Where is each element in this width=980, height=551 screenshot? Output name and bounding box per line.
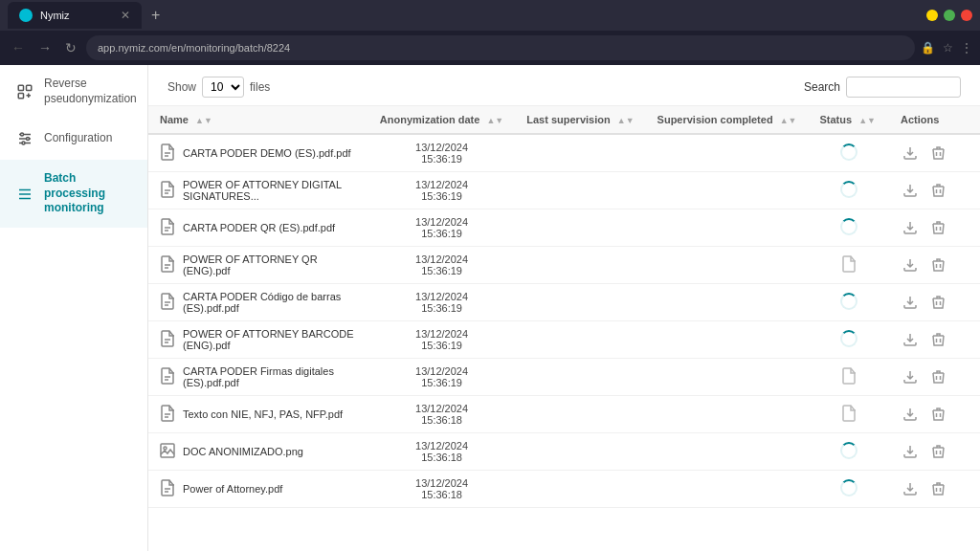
- date-cell-1: 13/12/202415:36:19: [368, 172, 515, 209]
- supervision-completed-cell-8: [646, 433, 809, 471]
- show-control: Show 10 25 50 files: [167, 77, 270, 98]
- delete-button-8[interactable]: [929, 442, 947, 461]
- bookmark-icon[interactable]: ☆: [943, 41, 953, 55]
- status-cell-4: [809, 284, 889, 321]
- sort-icon-last[interactable]: ▲▼: [617, 116, 635, 125]
- file-name-cell: Power of Attorney.pdf: [148, 471, 368, 508]
- sidebar-item-configuration[interactable]: Configuration: [0, 118, 147, 160]
- status-spinner-5: [840, 330, 858, 347]
- supervision-completed-cell-6: [646, 359, 809, 396]
- address-bar: ← → ↻ app.nymiz.com/en/monitoring/batch/…: [0, 31, 980, 65]
- actions-cell-5: [889, 321, 980, 359]
- download-button-7[interactable]: [901, 405, 920, 424]
- file-name-text-2: CARTA PODER QR (ES).pdf.pdf: [183, 222, 335, 233]
- table-row: CARTA PODER Firmas digitales (ES).pdf.pd…: [148, 359, 980, 396]
- status-spinner-0: [840, 143, 858, 161]
- sidebar-item-batch-monitoring[interactable]: Batch processing monitoring: [0, 160, 147, 228]
- window-minimize-button[interactable]: [926, 10, 938, 21]
- supervision-completed-cell-7: [646, 396, 809, 433]
- show-select[interactable]: 10 25 50: [202, 77, 244, 98]
- delete-button-6[interactable]: [929, 367, 947, 386]
- download-button-9[interactable]: [901, 479, 920, 498]
- sort-icon-status[interactable]: ▲▼: [858, 116, 876, 125]
- extensions-icon[interactable]: 🔒: [921, 41, 935, 55]
- supervision-completed-cell-0: [646, 134, 809, 172]
- supervision-completed-cell-2: [646, 209, 809, 247]
- file-name-cell: POWER OF ATTORNEY QR (ENG).pdf: [148, 247, 368, 284]
- actions-cell-0: [889, 134, 980, 172]
- sort-icon-name[interactable]: ▲▼: [195, 116, 212, 125]
- status-spinner-2: [840, 218, 858, 235]
- table-body: CARTA PODER DEMO (ES).pdf.pdf 13/12/2024…: [148, 134, 980, 508]
- col-header-last-supervision: Last supervision ▲▼: [515, 106, 645, 134]
- supervision-completed-cell-4: [646, 284, 809, 321]
- download-button-6[interactable]: [901, 367, 920, 386]
- download-button-0[interactable]: [901, 143, 920, 163]
- show-label: Show: [167, 80, 196, 94]
- tab-bar: Nymiz ✕ +: [0, 0, 980, 31]
- date-cell-6: 13/12/202415:36:19: [368, 359, 515, 396]
- col-header-name: Name ▲▼: [148, 106, 368, 134]
- url-box[interactable]: app.nymiz.com/en/monitoring/batch/8224: [86, 35, 915, 60]
- top-bar: Show 10 25 50 files Search: [148, 65, 980, 106]
- files-label: files: [250, 80, 270, 94]
- file-type-icon-4: [160, 293, 175, 312]
- download-button-5[interactable]: [901, 330, 920, 349]
- file-type-icon-5: [160, 330, 175, 349]
- download-button-4[interactable]: [901, 293, 920, 312]
- refresh-button[interactable]: ↻: [61, 38, 80, 57]
- window-close-button[interactable]: [961, 10, 972, 21]
- delete-button-4[interactable]: [929, 293, 947, 312]
- delete-button-2[interactable]: [929, 218, 947, 237]
- date-cell-9: 13/12/202415:36:18: [368, 471, 515, 508]
- delete-button-9[interactable]: [929, 479, 947, 498]
- delete-button-0[interactable]: [929, 143, 947, 163]
- download-button-8[interactable]: [901, 442, 920, 461]
- date-cell-2: 13/12/202415:36:19: [368, 209, 515, 247]
- last-supervision-cell-0: [515, 134, 645, 172]
- back-button[interactable]: ←: [8, 38, 29, 57]
- tab-close-button[interactable]: ✕: [121, 9, 130, 22]
- file-name-text-8: DOC ANONIMIZADO.png: [183, 446, 303, 457]
- table-row: CARTA PODER DEMO (ES).pdf.pdf 13/12/2024…: [148, 134, 980, 172]
- file-name-text-9: Power of Attorney.pdf: [183, 483, 282, 495]
- window-maximize-button[interactable]: [944, 10, 955, 21]
- actions-cell-1: [889, 172, 980, 209]
- file-name-cell: DOC ANONIMIZADO.png: [148, 433, 368, 471]
- download-button-3[interactable]: [901, 255, 920, 275]
- status-cell-1: [809, 172, 889, 209]
- actions-cell-3: [889, 247, 980, 284]
- status-cell-5: [809, 321, 889, 359]
- svg-point-6: [21, 133, 24, 136]
- delete-button-5[interactable]: [929, 330, 947, 349]
- url-text: app.nymiz.com/en/monitoring/batch/8224: [98, 42, 290, 54]
- menu-icon[interactable]: ⋮: [961, 41, 972, 55]
- sidebar-item-reverse-pseudo[interactable]: Reverse pseudonymization: [0, 65, 147, 118]
- delete-button-7[interactable]: [929, 405, 947, 424]
- last-supervision-cell-4: [515, 284, 645, 321]
- search-input[interactable]: [846, 77, 961, 98]
- sort-icon-super[interactable]: ▲▼: [780, 116, 797, 125]
- last-supervision-cell-3: [515, 247, 645, 284]
- download-button-2[interactable]: [901, 218, 920, 237]
- delete-button-3[interactable]: [929, 255, 947, 275]
- new-tab-button[interactable]: +: [145, 7, 166, 24]
- svg-rect-1: [27, 85, 32, 90]
- status-doc-7: [841, 405, 857, 422]
- date-cell-3: 13/12/202415:36:19: [368, 247, 515, 284]
- status-spinner-9: [840, 479, 858, 496]
- date-cell-7: 13/12/202415:36:18: [368, 396, 515, 433]
- sort-icon-date[interactable]: ▲▼: [486, 116, 503, 125]
- active-tab[interactable]: Nymiz ✕: [8, 2, 142, 29]
- last-supervision-cell-7: [515, 396, 645, 433]
- search-label: Search: [804, 80, 840, 94]
- status-spinner-4: [840, 293, 858, 310]
- svg-point-7: [27, 138, 30, 141]
- file-name-text-5: POWER OF ATTORNEY BARCODE (ENG).pdf: [183, 328, 357, 351]
- download-button-1[interactable]: [901, 181, 920, 200]
- delete-button-1[interactable]: [929, 181, 947, 200]
- forward-button[interactable]: →: [34, 38, 56, 57]
- svg-rect-2: [18, 93, 23, 98]
- actions-cell-4: [889, 284, 980, 321]
- col-header-status: Status ▲▼: [809, 106, 889, 134]
